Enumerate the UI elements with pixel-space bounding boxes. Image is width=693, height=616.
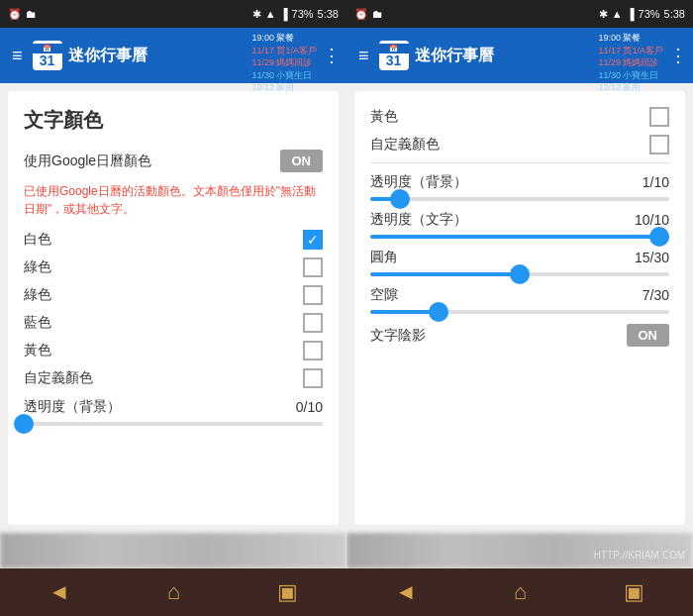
color-option-5: 自定義顏色	[24, 368, 323, 388]
app-title: 迷你行事曆	[68, 46, 148, 66]
home-button[interactable]: ⌂	[159, 571, 188, 613]
r-alarm-icon: ⏰	[354, 8, 368, 21]
r-color-label-yellow: 黃色	[370, 108, 398, 126]
color-checkbox-5[interactable]	[303, 368, 323, 388]
opacity-bg-value: 0/10	[296, 399, 323, 415]
r-event-5: 12/12 家用	[598, 81, 663, 94]
r-event-4: 11/30 小寶生日	[598, 69, 663, 82]
r-back-button[interactable]: ◄	[387, 571, 425, 613]
r-opacity-bg-label: 透明度（背景）	[370, 173, 467, 191]
card-title: 文字顏色	[24, 107, 323, 134]
r-recent-button[interactable]: ▣	[616, 571, 652, 613]
more-options-icon[interactable]: ⋮	[323, 45, 341, 66]
event-5: 12/12 家用	[251, 81, 317, 94]
right-settings-card: 黃色 自定義顏色 透明度（背景） 1/10	[354, 91, 685, 525]
right-app-header: ≡ 📅 31 迷你行事曆 19:00 聚餐 11/17 買1/A客戶 11/29…	[346, 28, 693, 83]
left-settings-card: 文字顏色 使用Google日曆顏色 ON 已使用Google日曆的活動顏色。文本…	[8, 91, 339, 525]
color-checkbox-1[interactable]	[303, 257, 323, 277]
header-events: 19:00 聚餐 11/17 買1/A客戶 11/29 媽媽回診 11/30 小…	[251, 32, 317, 94]
r-event-1: 19:00 聚餐	[598, 32, 663, 45]
color-option-3: 藍色	[24, 313, 323, 333]
calendar-app-icon: 📅 31	[33, 41, 62, 70]
wifi-icon: ▲	[265, 8, 276, 20]
r-text-shadow-label: 文字陰影	[370, 327, 426, 345]
r-time-label: 5:38	[664, 8, 685, 20]
r-corner-track[interactable]	[370, 272, 669, 276]
back-button[interactable]: ◄	[41, 571, 78, 613]
color-option-1: 綠色	[24, 257, 323, 277]
r-corner-label: 圓角	[370, 249, 398, 266]
r-more-options-icon[interactable]: ⋮	[669, 45, 687, 66]
r-color-custom: 自定義顏色	[370, 135, 669, 154]
r-color-label-custom: 自定義顏色	[370, 136, 440, 154]
r-text-shadow-toggle[interactable]: ON	[627, 324, 670, 347]
left-app-header: ≡ 📅 31 迷你行事曆 19:00 聚餐 11/17 買1/A客戶 11/29…	[0, 28, 346, 83]
signal-icon: ▐	[280, 8, 288, 20]
r-battery-label: 73%	[639, 8, 660, 20]
r-cal-num: 31	[386, 53, 402, 67]
r-color-checkbox-yellow[interactable]	[649, 107, 669, 127]
event-2: 11/17 買1/A客戶	[251, 45, 317, 57]
r-spacing-section: 空隙 7/30	[370, 286, 669, 314]
right-bottom-bar: ◄ ⌂ ▣	[346, 568, 693, 616]
opacity-bg-track[interactable]	[24, 422, 323, 426]
r-spacing-value: 7/30	[643, 287, 669, 303]
r-opacity-bg-value: 1/10	[643, 174, 669, 190]
color-checkbox-2[interactable]	[303, 285, 323, 305]
right-content: 黃色 自定義顏色 透明度（背景） 1/10	[346, 83, 693, 568]
r-spacing-label: 空隙	[370, 286, 398, 304]
r-header-events: 19:00 聚餐 11/17 買1/A客戶 11/29 媽媽回診 11/30 小…	[598, 32, 663, 94]
r-opacity-text-section: 透明度（文字） 10/10	[370, 211, 669, 239]
bluetooth-icon: ✱	[252, 8, 261, 21]
r-color-yellow: 黃色	[370, 107, 669, 127]
r-signal-icon: ▐	[627, 8, 635, 20]
right-status-bar: ⏰ 🖿 ✱ ▲ ▐ 73% 5:38	[346, 0, 693, 28]
color-option-0: 白色 ✓	[24, 230, 323, 250]
r-opacity-bg-section: 透明度（背景） 1/10	[370, 173, 669, 201]
left-phone-panel: ⏰ 🖿 ✱ ▲ ▐ 73% 5:38 ≡ 📅 31 迷你行事曆 19:00 聚餐…	[0, 0, 346, 616]
color-checkbox-0[interactable]: ✓	[303, 230, 323, 250]
google-calendar-label: 使用Google日曆顏色	[24, 153, 151, 170]
opacity-bg-section: 透明度（背景） 0/10	[24, 398, 323, 426]
left-status-right: ✱ ▲ ▐ 73% 5:38	[252, 8, 339, 21]
r-app-title: 迷你行事曆	[415, 46, 494, 66]
r-text-shadow-row: 文字陰影 ON	[370, 324, 669, 347]
menu-icon[interactable]: ≡	[8, 42, 27, 70]
recent-button[interactable]: ▣	[269, 571, 306, 613]
r-corner-section: 圓角 15/30	[370, 249, 669, 276]
r-color-checkbox-custom[interactable]	[649, 135, 669, 154]
left-status-left: ⏰ 🖿	[8, 8, 37, 21]
opacity-bg-thumb[interactable]	[14, 414, 34, 434]
r-opacity-bg-track[interactable]	[370, 197, 669, 201]
r-bluetooth-icon: ✱	[599, 8, 608, 21]
event-1: 19:00 聚餐	[251, 32, 317, 45]
battery-label: 73%	[292, 8, 314, 20]
color-label-0: 白色	[24, 231, 51, 249]
r-opacity-text-thumb[interactable]	[649, 227, 669, 247]
opacity-bg-header: 透明度（背景） 0/10	[24, 398, 323, 416]
r-opacity-text-track[interactable]	[370, 235, 669, 239]
color-label-2: 綠色	[24, 286, 51, 304]
opacity-bg-label: 透明度（背景）	[24, 398, 121, 416]
left-status-bar: ⏰ 🖿 ✱ ▲ ▐ 73% 5:38	[0, 0, 346, 28]
color-checkbox-4[interactable]	[303, 341, 323, 360]
left-blurred-preview	[0, 533, 346, 568]
r-event-3: 11/29 媽媽回診	[598, 56, 663, 69]
sd-icon: 🖿	[26, 8, 37, 20]
right-status-left: ⏰ 🖿	[354, 8, 383, 21]
color-label-3: 藍色	[24, 314, 51, 332]
right-blurred-preview	[346, 533, 693, 568]
color-checkbox-3[interactable]	[303, 313, 323, 333]
r-spacing-track[interactable]	[370, 310, 669, 314]
left-bottom-bar: ◄ ⌂ ▣	[0, 568, 346, 616]
google-calendar-toggle[interactable]: ON	[280, 150, 324, 172]
r-spacing-thumb[interactable]	[429, 302, 448, 322]
right-phone-panel: ⏰ 🖿 ✱ ▲ ▐ 73% 5:38 ≡ 📅 31 迷你行事曆 19:00 聚餐…	[346, 0, 693, 616]
r-opacity-bg-thumb[interactable]	[390, 189, 410, 209]
r-home-button[interactable]: ⌂	[506, 571, 535, 613]
left-content: 文字顏色 使用Google日曆顏色 ON 已使用Google日曆的活動顏色。文本…	[0, 83, 346, 568]
event-4: 11/30 小寶生日	[251, 69, 317, 82]
r-menu-icon[interactable]: ≡	[354, 42, 373, 70]
r-corner-thumb[interactable]	[510, 264, 530, 284]
color-label-5: 自定義顏色	[24, 369, 93, 387]
